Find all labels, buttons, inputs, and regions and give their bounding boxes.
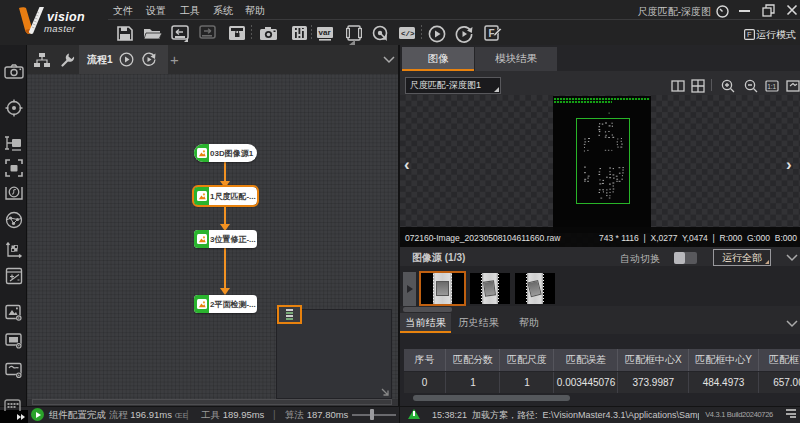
svg-text:F: F	[489, 28, 495, 39]
svg-text:var: var	[319, 28, 331, 37]
svg-text:</>: </>	[401, 30, 415, 38]
svg-text:1:1: 1:1	[767, 83, 776, 90]
svg-text:F: F	[747, 30, 752, 39]
